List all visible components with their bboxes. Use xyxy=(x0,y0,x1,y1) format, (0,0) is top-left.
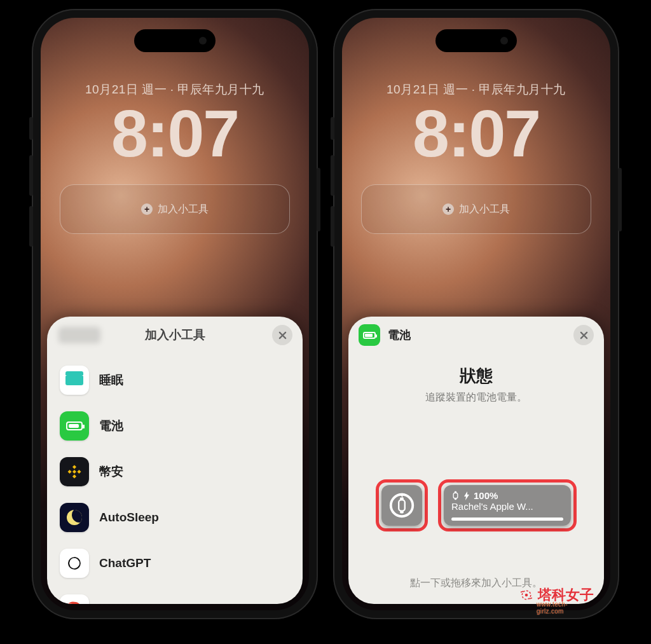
watermark: 塔科女子 www.tech-girlz.com xyxy=(519,586,594,605)
status-subtitle: 追蹤裝置的電池電量。 xyxy=(348,391,604,404)
power-button[interactable] xyxy=(317,168,320,231)
dynamic-island xyxy=(435,29,517,52)
widget-picker-sheet: 加入小工具 睡眠 電池 xyxy=(47,317,303,604)
svg-rect-12 xyxy=(400,511,404,514)
sheet-header: 加入小工具 xyxy=(47,317,303,353)
svg-rect-11 xyxy=(400,498,404,500)
close-icon xyxy=(278,331,287,339)
sheet-title: 加入小工具 xyxy=(145,327,205,343)
list-item-label: Chrome xyxy=(99,602,145,604)
widget-status-line: 100% xyxy=(451,490,563,501)
bolt-icon xyxy=(463,491,470,500)
svg-rect-4 xyxy=(77,470,81,474)
lockscreen-time: 8:07 xyxy=(41,100,309,167)
battery-bar-fill xyxy=(451,517,563,521)
svg-point-17 xyxy=(525,594,528,597)
chrome-icon xyxy=(60,594,89,604)
autosleep-icon xyxy=(60,503,89,532)
svg-rect-10 xyxy=(399,500,405,510)
add-widget-slot[interactable]: + 加入小工具 xyxy=(361,184,591,234)
list-item-chatgpt[interactable]: ChatGPT xyxy=(56,540,294,586)
watch-ring-icon xyxy=(387,491,416,520)
list-item-chrome[interactable]: Chrome xyxy=(56,586,294,604)
power-button[interactable] xyxy=(618,168,622,231)
list-item-sleep[interactable]: 睡眠 xyxy=(56,357,294,403)
plus-icon: + xyxy=(442,203,454,215)
list-item-label: 睡眠 xyxy=(99,372,123,388)
chatgpt-icon xyxy=(60,549,89,578)
list-item-binance[interactable]: 幣安 xyxy=(56,449,294,495)
sheet-app-title: 電池 xyxy=(388,327,411,343)
battery-bar-widget[interactable]: 100% Rachel's Apple W... xyxy=(444,485,571,526)
list-item-label: 幣安 xyxy=(99,463,123,480)
watermark-icon xyxy=(519,587,534,603)
lockscreen-header: 10月21日 週一 · 甲辰年九月十九 8:07 xyxy=(41,81,309,167)
svg-rect-14 xyxy=(455,491,456,493)
svg-rect-1 xyxy=(72,465,76,469)
lockscreen-date: 10月21日 週一 · 甲辰年九月十九 xyxy=(342,81,610,98)
close-button[interactable] xyxy=(272,325,292,345)
widget-app-list[interactable]: 睡眠 電池 幣安 AutoSleep xyxy=(47,353,303,604)
watermark-url: www.tech-girlz.com xyxy=(537,601,594,615)
battery-icon xyxy=(60,411,89,441)
svg-rect-2 xyxy=(72,474,76,478)
list-item-battery[interactable]: 電池 xyxy=(56,403,294,449)
dynamic-island xyxy=(134,29,216,52)
add-widget-slot[interactable]: + 加入小工具 xyxy=(60,184,290,234)
sleep-icon xyxy=(60,366,89,395)
volume-up-button[interactable] xyxy=(331,155,334,196)
screen-left: 10月21日 週一 · 甲辰年九月十九 8:07 + 加入小工具 加入小工具 xyxy=(41,18,309,610)
list-item-label: ChatGPT xyxy=(99,556,151,570)
list-item-autosleep[interactable]: AutoSleep xyxy=(56,495,294,540)
volume-down-button[interactable] xyxy=(29,206,33,247)
mute-switch[interactable] xyxy=(29,117,33,140)
add-widget-label: 加入小工具 xyxy=(158,203,209,216)
device-name: Rachel's Apple W... xyxy=(451,501,563,512)
close-button[interactable] xyxy=(573,325,594,345)
lockscreen-date: 10月21日 週一 · 甲辰年九月十九 xyxy=(41,81,309,98)
status-title: 狀態 xyxy=(348,365,604,387)
phone-left: 10月21日 週一 · 甲辰年九月十九 8:07 + 加入小工具 加入小工具 xyxy=(32,9,318,619)
battery-widget-sheet: 電池 狀態 追蹤裝置的電池電量。 xyxy=(348,317,604,604)
plus-icon: + xyxy=(141,203,153,215)
mute-switch[interactable] xyxy=(331,117,334,140)
highlight-box: 100% Rachel's Apple W... xyxy=(438,479,577,531)
lockscreen-time: 8:07 xyxy=(342,100,610,167)
widget-description: 狀態 追蹤裝置的電池電量。 xyxy=(348,365,604,404)
svg-rect-3 xyxy=(67,470,71,474)
battery-app-icon xyxy=(359,324,380,346)
phone-right: 10月21日 週一 · 甲辰年九月十九 8:07 + 加入小工具 電池 狀態 追… xyxy=(333,9,619,619)
list-item-label: 電池 xyxy=(99,418,123,434)
widget-options-row: 100% Rachel's Apple W... xyxy=(348,479,604,531)
battery-percent: 100% xyxy=(474,490,498,501)
add-widget-label: 加入小工具 xyxy=(459,203,510,216)
battery-ring-widget[interactable] xyxy=(381,485,422,526)
volume-down-button[interactable] xyxy=(331,206,334,247)
svg-rect-13 xyxy=(453,493,458,498)
svg-rect-0 xyxy=(72,470,76,474)
volume-up-button[interactable] xyxy=(29,155,33,196)
binance-icon xyxy=(60,457,89,486)
screen-right: 10月21日 週一 · 甲辰年九月十九 8:07 + 加入小工具 電池 狀態 追… xyxy=(342,18,610,610)
lockscreen-header: 10月21日 週一 · 甲辰年九月十九 8:07 xyxy=(342,81,610,167)
highlight-box xyxy=(376,479,428,531)
redacted-area xyxy=(58,327,100,343)
svg-rect-15 xyxy=(455,498,456,500)
list-item-label: AutoSleep xyxy=(99,510,159,524)
watch-mini-icon xyxy=(451,491,460,500)
close-icon xyxy=(580,331,588,339)
sheet-header: 電池 xyxy=(348,317,604,353)
